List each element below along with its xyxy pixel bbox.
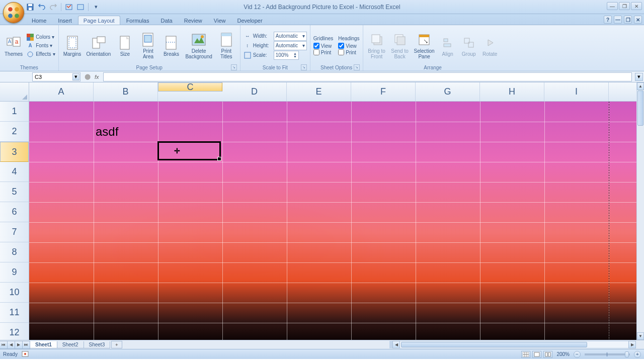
normal-view-button[interactable] [521,351,530,358]
fonts-button[interactable]: AFonts ▾ [26,42,55,50]
sheet-tab-sheet1[interactable]: Sheet1 [30,341,57,348]
page-setup-launcher[interactable]: ↘ [231,64,237,70]
ribbon-close-button[interactable]: ✕ [634,16,642,24]
help-button[interactable]: ? [604,16,612,24]
breaks-button[interactable]: Breaks [160,34,182,58]
column-header[interactable]: H [480,82,544,101]
horizontal-scrollbar[interactable]: ◀ ▶ [389,341,636,348]
column-header[interactable]: B [94,82,158,101]
zoom-out-button[interactable]: − [574,351,581,358]
close-button[interactable]: ✕ [631,2,642,10]
scale-spinner[interactable]: 100%▲▼ [274,51,299,60]
prev-sheet-button[interactable]: ◀ [7,341,15,349]
gridlines-print-checkbox[interactable]: Print [313,49,333,55]
size-button[interactable]: Size [114,34,135,58]
tab-insert[interactable]: Insert [52,16,77,25]
fx-icon[interactable]: fx [95,74,99,80]
orientation-button[interactable]: Orientation [85,34,113,58]
scroll-down-icon[interactable]: ▼ [637,332,644,340]
maximize-button[interactable]: ❐ [619,2,630,10]
column-header[interactable]: I [544,82,609,101]
next-sheet-button[interactable]: ▶ [15,341,23,349]
column-header[interactable]: G [416,82,480,101]
row-header[interactable]: 11 [0,303,29,323]
print-area-button[interactable]: Print Area [137,31,158,60]
undo-icon[interactable] [38,3,46,11]
row-header[interactable]: 2 [0,122,29,142]
width-select[interactable]: Automatic▾ [274,32,307,41]
row-header[interactable]: 12 [0,323,29,340]
zoom-level[interactable]: 200% [556,351,570,357]
new-sheet-button[interactable]: ✦ [111,341,122,348]
cells-area[interactable]: asdf✛ [29,102,636,340]
scroll-right-icon[interactable]: ▶ [628,341,636,348]
column-header[interactable]: F [351,82,416,101]
delete-background-button[interactable]: Delete Background [184,31,213,60]
tab-review[interactable]: Review [179,16,208,25]
ribbon-minimize-button[interactable]: — [614,16,622,24]
print-titles-button[interactable]: Print Titles [216,31,237,60]
worksheet-grid[interactable]: ABCDEFGHI 123456789101112 asdf✛ ▲ ▼ [0,82,644,340]
formula-bar[interactable] [103,72,632,81]
gridlines-view-checkbox[interactable]: View [313,43,333,49]
row-header[interactable]: 1 [0,102,29,122]
tab-view[interactable]: View [208,16,231,25]
selection-pane-button[interactable]: Selection Pane [413,31,436,60]
name-box[interactable]: C3 ▾ [32,72,80,81]
select-all-corner[interactable] [0,82,29,102]
tab-home[interactable]: Home [26,16,52,25]
scroll-left-icon[interactable]: ◀ [392,341,400,348]
qat-custom1-icon[interactable] [65,3,73,11]
group-button[interactable]: Group [459,34,478,58]
first-sheet-button[interactable]: ⏮ [0,341,8,349]
effects-button[interactable]: Effects ▾ [26,50,55,58]
vertical-scrollbar[interactable]: ▲ ▼ [636,82,644,340]
row-header[interactable]: 4 [0,162,29,182]
tab-data[interactable]: Data [155,16,178,25]
expand-formula-bar-icon[interactable]: ▾ [635,73,643,81]
redo-icon[interactable] [49,3,57,11]
save-icon[interactable] [26,3,34,11]
namebox-dropdown-icon[interactable]: ▾ [72,73,79,80]
colors-button[interactable]: Colors ▾ [26,33,55,41]
zoom-in-button[interactable]: + [634,351,641,358]
tab-developer[interactable]: Developer [231,16,268,25]
hscroll-thumb[interactable] [401,342,587,347]
minimize-button[interactable]: — [607,2,618,10]
headings-view-checkbox[interactable]: View [338,43,359,49]
sheet-options-launcher[interactable]: ↘ [354,64,360,70]
cell-B2[interactable]: asdf [94,122,158,142]
column-header[interactable]: C [158,82,222,92]
cancel-formula-icon[interactable]: ⬤ [85,73,91,80]
send-to-back-button[interactable]: Send to Back [389,31,411,60]
last-sheet-button[interactable]: ⏭ [22,341,30,349]
margins-button[interactable]: Margins [62,34,83,58]
scale-launcher[interactable]: ↘ [301,64,307,70]
scroll-up-icon[interactable]: ▲ [637,82,644,90]
row-header[interactable]: 5 [0,182,29,202]
tab-formulas[interactable]: Formulas [121,16,155,25]
tab-page-layout[interactable]: Page Layout [78,16,120,25]
row-header[interactable]: 9 [0,262,29,283]
vscroll-thumb[interactable] [637,90,643,126]
headings-print-checkbox[interactable]: Print [338,49,359,55]
row-header[interactable]: 10 [0,283,29,303]
column-header[interactable]: E [287,82,351,101]
macro-record-icon[interactable] [22,350,29,358]
sheet-tab-sheet3[interactable]: Sheet3 [84,341,111,348]
sheet-tab-sheet2[interactable]: Sheet2 [57,341,84,348]
row-header[interactable]: 8 [0,242,29,262]
height-select[interactable]: Automatic▾ [274,41,307,50]
page-break-view-button[interactable] [543,351,552,358]
zoom-slider[interactable] [585,353,630,355]
qat-custom2-icon[interactable] [76,3,85,11]
row-header[interactable]: 6 [0,202,29,222]
ribbon-restore-button[interactable]: ❐ [624,16,632,24]
align-button[interactable]: Align [438,34,457,58]
office-button[interactable] [3,2,24,23]
column-header[interactable]: A [29,82,94,101]
bring-to-front-button[interactable]: Bring to Front [366,31,387,60]
column-header[interactable]: D [222,82,287,101]
row-header[interactable]: 3 [0,142,29,162]
qat-customize-icon[interactable]: ▾ [92,3,100,11]
